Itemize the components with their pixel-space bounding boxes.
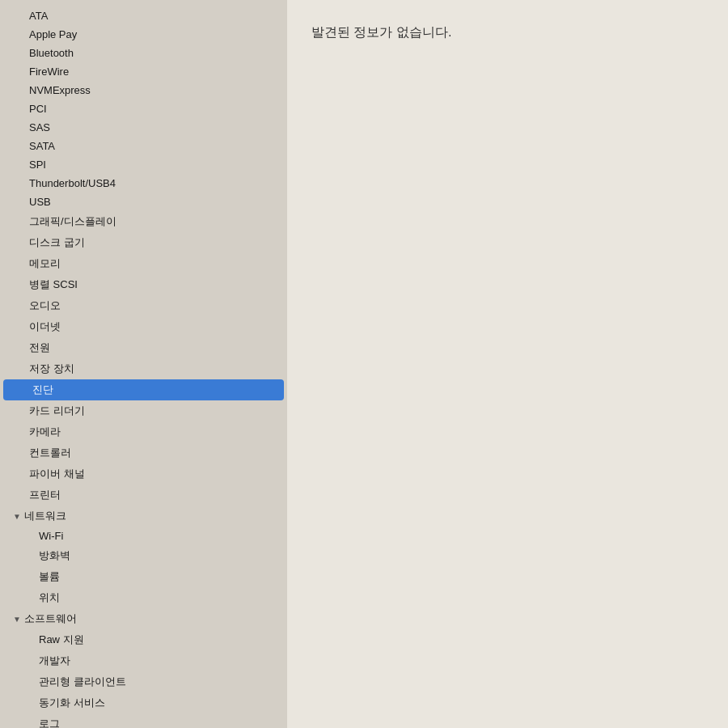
chevron-down-icon-2: ▼ xyxy=(13,615,21,624)
sidebar-item-raw-support[interactable]: Raw 지원 xyxy=(0,629,287,650)
sidebar-item-parallel-scsi[interactable]: 병렬 SCSI xyxy=(0,274,287,295)
sidebar-item-memory[interactable]: 메모리 xyxy=(0,253,287,274)
sidebar-item-ethernet[interactable]: 이더넷 xyxy=(0,316,287,337)
sidebar-item-bluetooth[interactable]: Bluetooth xyxy=(0,44,287,62)
sidebar-item-apple-pay[interactable]: Apple Pay xyxy=(0,25,287,44)
sidebar-item-location[interactable]: 위치 xyxy=(0,587,287,608)
sidebar: ATAApple PayBluetoothFireWireNVMExpressP… xyxy=(0,0,287,728)
network-group-label: 네트워크 xyxy=(24,509,66,523)
sidebar-item-ata[interactable]: ATA xyxy=(0,6,287,25)
sidebar-item-power[interactable]: 전원 xyxy=(0,337,287,358)
sidebar-item-thunderbolt-usb4[interactable]: Thunderbolt/USB4 xyxy=(0,174,287,193)
sidebar-item-spi[interactable]: SPI xyxy=(0,155,287,174)
software-group-label: 소프트웨어 xyxy=(24,612,77,626)
sidebar-item-developer[interactable]: 개발자 xyxy=(0,650,287,671)
sidebar-item-wifi[interactable]: Wi-Fi xyxy=(0,527,287,545)
sidebar-item-pci[interactable]: PCI xyxy=(0,99,287,118)
sidebar-item-card-reader[interactable]: 카드 리더기 xyxy=(0,400,287,421)
sidebar-item-disk-burning[interactable]: 디스크 굽기 xyxy=(0,232,287,253)
chevron-down-icon: ▼ xyxy=(13,512,21,521)
sidebar-item-log[interactable]: 로그 xyxy=(0,713,287,728)
sidebar-item-graphics-display[interactable]: 그래픽/디스플레이 xyxy=(0,211,287,232)
no-info-text: 발견된 정보가 없습니다. xyxy=(311,24,704,41)
sidebar-item-managed-client[interactable]: 관리형 클라이언트 xyxy=(0,671,287,692)
sidebar-item-diagnostics[interactable]: 진단 xyxy=(3,379,284,400)
sidebar-item-usb[interactable]: USB xyxy=(0,193,287,211)
sidebar-item-fiber-channel[interactable]: 파이버 채널 xyxy=(0,463,287,485)
sidebar-item-volume[interactable]: 볼륨 xyxy=(0,566,287,587)
sidebar-item-firewall[interactable]: 방화벽 xyxy=(0,545,287,566)
sidebar-item-storage[interactable]: 저장 장치 xyxy=(0,358,287,379)
network-group-header[interactable]: ▼ 네트워크 xyxy=(0,506,287,527)
sidebar-item-sync-service[interactable]: 동기화 서비스 xyxy=(0,692,287,713)
sidebar-item-firewire[interactable]: FireWire xyxy=(0,62,287,81)
sidebar-item-sas[interactable]: SAS xyxy=(0,118,287,137)
content-area: 발견된 정보가 없습니다. abc의 MacBook Air › 하드웨어 › … xyxy=(287,0,728,728)
sidebar-item-nvmexpress[interactable]: NVMExpress xyxy=(0,81,287,99)
screen: ATAApple PayBluetoothFireWireNVMExpressP… xyxy=(0,0,728,728)
sidebar-item-audio[interactable]: 오디오 xyxy=(0,295,287,316)
sidebar-item-sata[interactable]: SATA xyxy=(0,137,287,155)
main-container: ATAApple PayBluetoothFireWireNVMExpressP… xyxy=(0,0,728,728)
software-group-header[interactable]: ▼ 소프트웨어 xyxy=(0,608,287,629)
sidebar-item-camera[interactable]: 카메라 xyxy=(0,421,287,442)
sidebar-item-printer[interactable]: 프린터 xyxy=(0,485,287,506)
sidebar-item-controller[interactable]: 컨트롤러 xyxy=(0,442,287,463)
